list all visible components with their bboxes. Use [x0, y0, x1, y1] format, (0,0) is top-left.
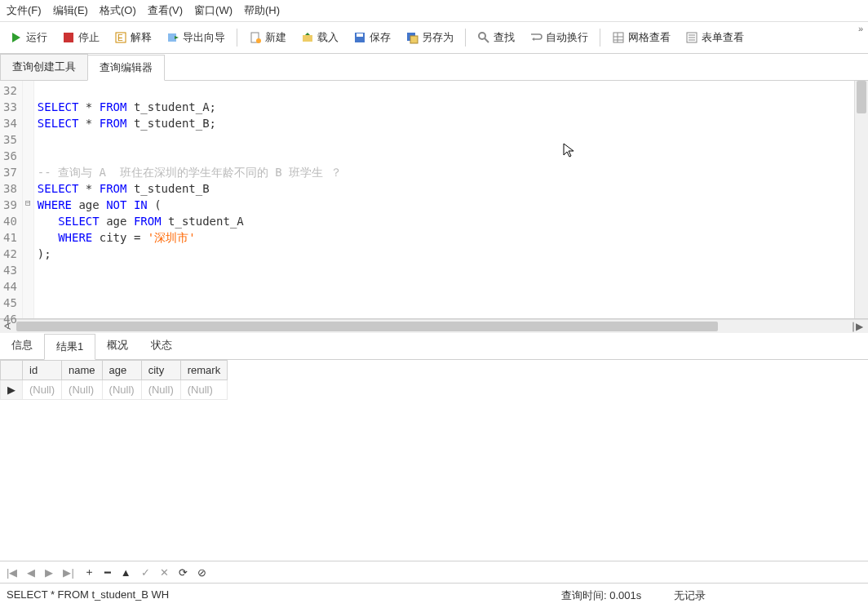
svg-marker-9 [305, 33, 310, 35]
search-icon [477, 31, 490, 44]
horizontal-scrollbar[interactable]: ∢ ∣▶ [0, 319, 868, 333]
svg-marker-0 [12, 33, 20, 42]
toolbar: 运行 停止 E解释 导出向导 新建 载入 保存 另存为 查找 自动换行 网格查看… [0, 22, 868, 54]
load-icon [301, 31, 314, 44]
play-icon [10, 31, 23, 44]
fold-gutter[interactable]: ⊟ [23, 81, 34, 318]
grid-icon [612, 31, 625, 44]
svg-marker-5 [175, 36, 179, 39]
svg-rect-8 [303, 35, 312, 42]
wrap-icon [529, 31, 542, 44]
toolbar-overflow[interactable]: » [858, 24, 863, 33]
separator [600, 29, 600, 47]
separator [237, 29, 237, 47]
record-navigator: |◀ ◀ ▶ ▶| ＋ ━ ▲ ✓ ✕ ⟳ ⊘ [0, 561, 868, 583]
separator [465, 29, 466, 47]
new-icon [249, 31, 262, 44]
export-icon [166, 31, 179, 44]
save-icon [353, 31, 366, 44]
table-row[interactable]: ▶(Null)(Null)(Null)(Null)(Null) [1, 380, 228, 400]
menu-window[interactable]: 窗口(W) [194, 3, 232, 18]
cell[interactable]: (Null) [141, 380, 180, 400]
menubar: 文件(F) 编辑(E) 格式(O) 查看(V) 窗口(W) 帮助(H) [0, 0, 868, 22]
menu-format[interactable]: 格式(O) [100, 3, 136, 18]
new-button[interactable]: 新建 [242, 27, 293, 48]
line-gutter: 323334353637383940414243444546 [0, 81, 23, 318]
menu-help[interactable]: 帮助(H) [244, 3, 280, 18]
tab-query-builder[interactable]: 查询创建工具 [0, 54, 88, 80]
nav-next[interactable]: ▶ [45, 566, 53, 579]
tab-status[interactable]: 状态 [140, 333, 184, 359]
cell[interactable]: (Null) [102, 380, 141, 400]
svg-text:E: E [117, 33, 123, 42]
explain-icon: E [114, 31, 127, 44]
column-header[interactable]: age [102, 361, 141, 380]
svg-point-7 [256, 38, 261, 43]
export-button[interactable]: 导出向导 [160, 27, 232, 48]
status-records: 无记录 [674, 588, 706, 603]
editor-tabbar: 查询创建工具 查询编辑器 [0, 54, 868, 81]
svg-point-14 [479, 33, 485, 39]
cell[interactable]: (Null) [180, 380, 227, 400]
tab-result1[interactable]: 结果1 [44, 334, 95, 360]
result-tabbar: 信息 结果1 概况 状态 [0, 333, 868, 360]
svg-line-15 [485, 38, 489, 42]
find-button[interactable]: 查找 [471, 27, 521, 48]
nav-add[interactable]: ＋ [84, 565, 95, 579]
nav-prev[interactable]: ◀ [27, 566, 35, 579]
gridview-button[interactable]: 网格查看 [605, 27, 677, 48]
save-button[interactable]: 保存 [347, 27, 397, 48]
code-editor[interactable]: 323334353637383940414243444546 ⊟ SELECT … [0, 81, 868, 319]
column-header[interactable]: id [23, 361, 62, 380]
tab-query-editor[interactable]: 查询编辑器 [87, 55, 165, 81]
formview-button[interactable]: 表单查看 [679, 27, 751, 48]
svg-rect-1 [64, 33, 73, 42]
column-header[interactable]: city [141, 361, 180, 380]
saveas-button[interactable]: 另存为 [399, 27, 460, 48]
code-area[interactable]: SELECT * FROM t_student_A; SELECT * FROM… [34, 81, 854, 318]
menu-file[interactable]: 文件(F) [7, 3, 42, 18]
run-button[interactable]: 运行 [3, 27, 54, 48]
nav-edit[interactable]: ▲ [121, 566, 131, 579]
cell[interactable]: (Null) [23, 380, 62, 400]
menu-view[interactable]: 查看(V) [148, 3, 183, 18]
status-sql: SELECT * FROM t_student_B WH [7, 588, 529, 603]
svg-rect-13 [410, 36, 418, 43]
nav-first[interactable]: |◀ [7, 566, 17, 579]
vertical-scrollbar[interactable] [854, 81, 868, 318]
svg-marker-16 [532, 38, 534, 41]
nav-delete[interactable]: ━ [104, 566, 111, 579]
stop-icon [62, 31, 75, 44]
scroll-right-arrow[interactable]: ∣▶ [851, 321, 863, 332]
scroll-thumb[interactable] [857, 81, 866, 113]
nav-last[interactable]: ▶| [63, 566, 73, 579]
scroll-thumb[interactable] [16, 322, 718, 331]
nav-stop[interactable]: ⊘ [197, 566, 206, 579]
svg-rect-17 [613, 33, 623, 42]
svg-rect-11 [356, 33, 363, 37]
status-time: 查询时间: 0.001s [561, 588, 641, 603]
wrap-button[interactable]: 自动换行 [523, 27, 595, 48]
load-button[interactable]: 载入 [294, 27, 345, 48]
tab-profile[interactable]: 概况 [95, 333, 140, 359]
nav-cancel[interactable]: ✕ [160, 566, 169, 579]
result-grid[interactable]: idnameagecityremark▶(Null)(Null)(Null)(N… [0, 360, 868, 561]
cell[interactable]: (Null) [62, 380, 103, 400]
column-header[interactable]: name [62, 361, 103, 380]
column-header[interactable]: remark [180, 361, 227, 380]
form-icon [685, 31, 698, 44]
stop-button[interactable]: 停止 [55, 27, 106, 48]
saveas-icon [405, 31, 418, 44]
nav-refresh[interactable]: ⟳ [179, 566, 188, 579]
explain-button[interactable]: E解释 [108, 27, 158, 48]
status-bar: SELECT * FROM t_student_B WH 查询时间: 0.001… [0, 583, 868, 608]
tab-info[interactable]: 信息 [0, 333, 44, 359]
menu-edit[interactable]: 编辑(E) [53, 3, 88, 18]
nav-check[interactable]: ✓ [141, 566, 150, 579]
